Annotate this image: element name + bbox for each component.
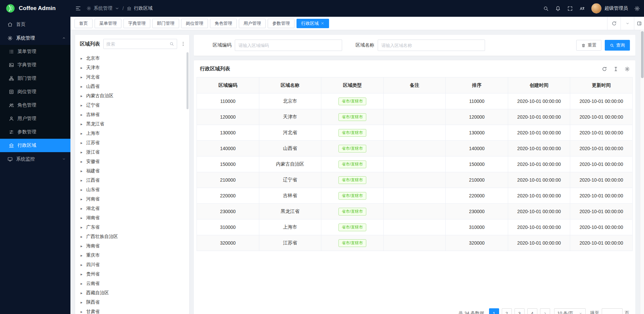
expand-arrow-icon[interactable]: ▸ [80, 169, 83, 173]
sidebar-item-monitor[interactable]: 系统监控 [0, 152, 70, 166]
page-size-select[interactable]: 10 条/页 [554, 308, 586, 314]
next-page-button[interactable] [540, 308, 550, 314]
search-icon[interactable] [169, 42, 174, 46]
sidebar-item-home[interactable]: 首页 [0, 17, 70, 31]
sidebar-item-param[interactable]: 参数管理 [0, 125, 70, 139]
tab-0[interactable]: 首页 [74, 19, 93, 28]
region-name-input[interactable] [378, 40, 485, 51]
column-height-icon[interactable] [613, 66, 619, 72]
tree-item[interactable]: ▸河南省 [80, 194, 189, 204]
sidebar-item-system[interactable]: 系统管理 [0, 31, 70, 45]
expand-arrow-icon[interactable]: ▸ [80, 197, 83, 201]
tree-item[interactable]: ▸西藏自治区 [80, 288, 189, 298]
expand-arrow-icon[interactable]: ▸ [80, 160, 83, 164]
expand-arrow-icon[interactable]: ▸ [80, 300, 83, 305]
expand-arrow-icon[interactable]: ▸ [80, 141, 83, 145]
breadcrumb-parent[interactable]: 系统管理 [94, 5, 112, 11]
search-icon[interactable] [543, 6, 549, 11]
sidebar-item-role[interactable]: 角色管理 [0, 99, 70, 112]
expand-arrow-icon[interactable]: ▸ [80, 225, 83, 230]
sidebar-item-menu[interactable]: 菜单管理 [0, 45, 70, 58]
expand-arrow-icon[interactable]: ▸ [80, 310, 83, 314]
page-scrollbar[interactable] [640, 30, 644, 314]
page-button-4[interactable]: 4 [527, 308, 537, 314]
fullscreen-icon[interactable] [567, 6, 573, 11]
sidebar-item-post[interactable]: 岗位管理 [0, 85, 70, 99]
user-menu[interactable]: 超级管理员 [591, 3, 628, 13]
expand-arrow-icon[interactable]: ▸ [80, 131, 83, 136]
search-button[interactable]: 查询 [605, 40, 630, 51]
settings-gear-icon[interactable] [634, 6, 640, 11]
expand-arrow-icon[interactable]: ▸ [80, 122, 83, 126]
expand-arrow-icon[interactable]: ▸ [80, 84, 83, 89]
tab-4[interactable]: 岗位管理 [181, 19, 208, 28]
tab-5[interactable]: 角色管理 [210, 19, 237, 28]
tree-item[interactable]: ▸湖北省 [80, 204, 189, 213]
tree-item[interactable]: ▸辽宁省 [80, 101, 189, 110]
expand-arrow-icon[interactable]: ▸ [80, 206, 83, 211]
tree-item[interactable]: ▸山东省 [80, 185, 189, 194]
expand-arrow-icon[interactable]: ▸ [80, 188, 83, 192]
page-button-1[interactable]: 1 [489, 308, 499, 314]
reset-button[interactable]: 重置 [576, 40, 601, 51]
tree-item[interactable]: ▸贵州省 [80, 269, 189, 279]
expand-arrow-icon[interactable]: ▸ [80, 56, 83, 61]
tree-item[interactable]: ▸重庆市 [80, 251, 189, 260]
sidebar-item-region[interactable]: 行政区域 [0, 139, 70, 152]
tab-1[interactable]: 菜单管理 [95, 19, 121, 28]
tab-3[interactable]: 部门管理 [152, 19, 179, 28]
tab-2[interactable]: 字典管理 [123, 19, 150, 28]
app-logo[interactable]: Coffee Admin [0, 0, 70, 17]
tree-item[interactable]: ▸浙江省 [80, 147, 189, 157]
page-button-3[interactable]: 3 [515, 308, 525, 314]
expand-arrow-icon[interactable]: ▸ [80, 75, 83, 79]
translate-icon[interactable] [579, 6, 585, 11]
close-tab-icon[interactable] [321, 21, 324, 25]
tree-item[interactable]: ▸上海市 [80, 129, 189, 138]
column-settings-gear-icon[interactable] [625, 66, 630, 72]
tree-item[interactable]: ▸甘肃省 [80, 307, 189, 314]
expand-arrow-icon[interactable]: ▸ [80, 178, 83, 183]
sidebar-item-user[interactable]: 用户管理 [0, 112, 70, 125]
tree-more-menu[interactable] [180, 41, 186, 47]
tree-item[interactable]: ▸江苏省 [80, 138, 189, 147]
expand-arrow-icon[interactable]: ▸ [80, 235, 83, 239]
refresh-tab-button[interactable] [607, 17, 621, 30]
expand-arrow-icon[interactable]: ▸ [80, 94, 83, 98]
expand-arrow-icon[interactable]: ▸ [80, 291, 83, 295]
expand-arrow-icon[interactable]: ▸ [80, 103, 83, 108]
tree-item[interactable]: ▸福建省 [80, 166, 189, 176]
page-button-2[interactable]: 2 [502, 308, 512, 314]
tree-item[interactable]: ▸江西省 [80, 176, 189, 185]
tree-item[interactable]: ▸吉林省 [80, 110, 189, 119]
region-code-input[interactable] [235, 40, 342, 51]
tree-search-input[interactable] [106, 42, 167, 47]
tree-item[interactable]: ▸河北省 [80, 72, 189, 82]
tree-item[interactable]: ▸北京市 [80, 54, 189, 63]
expand-arrow-icon[interactable]: ▸ [80, 281, 83, 286]
expand-arrow-icon[interactable]: ▸ [80, 263, 83, 267]
expand-arrow-icon[interactable]: ▸ [80, 216, 83, 220]
expand-arrow-icon[interactable]: ▸ [80, 272, 83, 276]
layout-toggle-button[interactable] [634, 17, 644, 30]
sidebar-item-dict[interactable]: 字典管理 [0, 58, 70, 72]
tree-item[interactable]: ▸安徽省 [80, 157, 189, 166]
collapse-sidebar-icon[interactable] [75, 5, 81, 11]
tree-item[interactable]: ▸山西省 [80, 82, 189, 91]
tab-6[interactable]: 用户管理 [239, 19, 266, 28]
jump-page-input[interactable] [602, 308, 623, 314]
tree-item[interactable]: ▸内蒙古自治区 [80, 91, 189, 101]
tree-item[interactable]: ▸海南省 [80, 241, 189, 251]
tree-item[interactable]: ▸湖南省 [80, 213, 189, 223]
tree-scrollbar[interactable] [186, 52, 189, 109]
tree-item[interactable]: ▸云南省 [80, 279, 189, 288]
tree-item[interactable]: ▸广东省 [80, 223, 189, 232]
refresh-icon[interactable] [602, 66, 607, 72]
sidebar-item-dept[interactable]: 部门管理 [0, 72, 70, 85]
tree-item[interactable]: ▸四川省 [80, 260, 189, 269]
expand-arrow-icon[interactable]: ▸ [80, 253, 83, 258]
tree-item[interactable]: ▸天津市 [80, 63, 189, 72]
page-scrollbar-thumb[interactable] [641, 31, 644, 78]
expand-arrow-icon[interactable]: ▸ [80, 113, 83, 117]
tree-item[interactable]: ▸广西壮族自治区 [80, 232, 189, 241]
